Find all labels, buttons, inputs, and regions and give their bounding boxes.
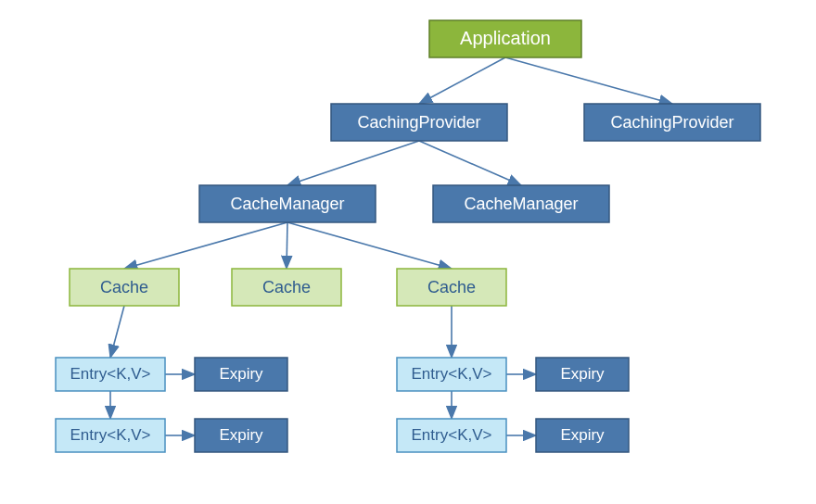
node-label-cache3: Cache xyxy=(427,278,476,296)
node-expiry1a: Expiry xyxy=(195,358,287,391)
node-cache2: Cache xyxy=(232,269,341,306)
node-expiry3b: Expiry xyxy=(536,419,629,452)
edge-application-cachingProvider1 xyxy=(419,57,505,104)
node-label-cacheManager1: CacheManager xyxy=(230,195,344,213)
architecture-diagram: ApplicationCachingProviderCachingProvide… xyxy=(0,0,816,504)
edge-cachingProvider1-cacheManager2 xyxy=(419,141,521,185)
node-label-cachingProvider2: CachingProvider xyxy=(610,113,733,132)
node-cachingProvider1: CachingProvider xyxy=(331,104,507,141)
node-label-entry3b: Entry<K,V> xyxy=(412,426,492,444)
node-label-expiry3b: Expiry xyxy=(560,426,605,444)
node-expiry3a: Expiry xyxy=(536,358,629,391)
node-label-cachingProvider1: CachingProvider xyxy=(357,113,480,132)
node-label-cache2: Cache xyxy=(262,278,311,296)
node-label-expiry1a: Expiry xyxy=(219,365,263,383)
node-cachingProvider2: CachingProvider xyxy=(584,104,760,141)
node-label-cache1: Cache xyxy=(100,278,148,296)
node-label-cacheManager2: CacheManager xyxy=(464,195,578,213)
node-label-expiry1b: Expiry xyxy=(219,426,263,444)
node-label-entry3a: Entry<K,V> xyxy=(412,365,492,383)
node-cache1: Cache xyxy=(70,269,179,306)
node-cacheManager2: CacheManager xyxy=(433,185,609,222)
edge-cacheManager1-cache2 xyxy=(287,222,287,269)
edge-application-cachingProvider2 xyxy=(505,57,672,104)
node-application: Application xyxy=(429,20,581,57)
edge-cacheManager1-cache1 xyxy=(124,222,287,269)
node-entry3b: Entry<K,V> xyxy=(397,419,506,452)
node-entry3a: Entry<K,V> xyxy=(397,358,506,391)
node-label-expiry3a: Expiry xyxy=(560,365,605,383)
edge-cachingProvider1-cacheManager1 xyxy=(287,141,419,185)
node-expiry1b: Expiry xyxy=(195,419,287,452)
node-label-entry1a: Entry<K,V> xyxy=(70,365,151,383)
node-cache3: Cache xyxy=(397,269,506,306)
node-entry1b: Entry<K,V> xyxy=(56,419,165,452)
node-label-entry1b: Entry<K,V> xyxy=(70,426,151,444)
node-cacheManager1: CacheManager xyxy=(199,185,376,222)
edge-cache1-entry1a xyxy=(110,306,124,358)
edge-cacheManager1-cache3 xyxy=(287,222,452,269)
node-entry1a: Entry<K,V> xyxy=(56,358,165,391)
node-label-application: Application xyxy=(460,28,551,48)
